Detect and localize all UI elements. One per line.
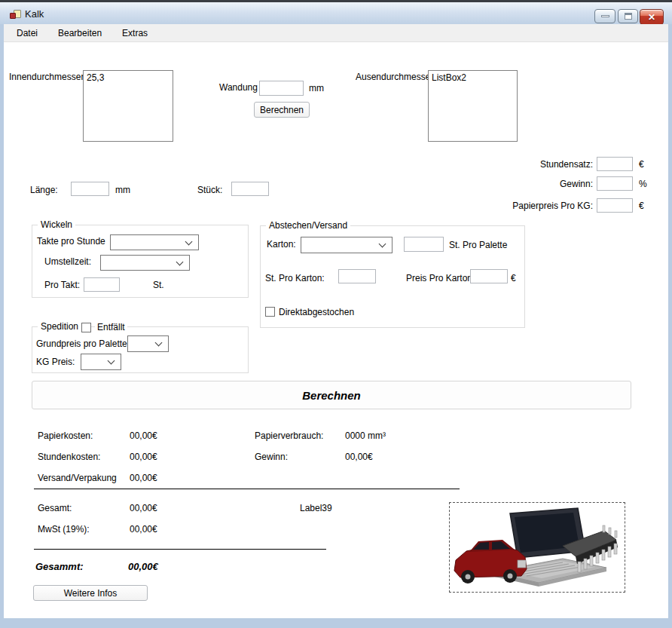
pro-takt-unit: St. [153,280,164,291]
minimize-icon [601,15,609,17]
versand-label: Versand/Verpakung [38,473,117,484]
outer-diameter-item[interactable]: ListBox2 [432,72,466,83]
gewinn-rate-unit: % [639,179,647,190]
chevron-down-icon [379,240,386,248]
results-divider-1 [34,489,460,489]
direktabgestochen-label: Direktabgestochen [279,307,354,318]
papierkosten-value: 00,00€ [130,430,157,442]
stueck-label: Stück: [197,185,222,196]
papierkosten-label: Papierkosten: [38,430,93,442]
entfaellt-checkbox[interactable] [81,323,91,332]
wickeln-title: Wickeln [38,219,75,230]
gewinn-rate-label: Gewinn: [490,179,593,190]
chevron-down-icon [155,339,163,347]
laenge-input[interactable] [71,182,109,196]
chevron-down-icon [185,237,193,245]
wandung-label: Wandung [219,82,258,93]
takte-combobox[interactable] [110,234,199,250]
preis-pro-karton-unit: € [511,273,516,284]
outer-diameter-listbox[interactable]: ListBox2 [428,70,518,142]
weitere-infos-button[interactable]: Weitere Infos [33,585,148,601]
spedition-title: Spedition [38,321,81,332]
abstechen-group: Abstechen/Versand Karton: St. Pro Palett… [260,225,525,328]
gewinn-result-value: 00,00€ [345,452,373,463]
kg-preis-combobox[interactable] [81,354,121,370]
close-icon: ✕ [648,12,655,23]
karton-combobox[interactable] [301,237,393,253]
results-divider-2 [34,549,326,550]
palette-count-input[interactable] [404,237,444,252]
inner-diameter-item[interactable]: 25,3 [87,72,104,83]
close-button[interactable]: ✕ [640,9,664,25]
window-title: Kalk [25,8,44,20]
umstellzeit-label: Umstellzeit: [44,256,91,268]
palette-unit-label: St. Pro Palette [449,240,507,251]
maximize-icon [625,13,632,20]
stundenkosten-value: 00,00€ [130,452,157,463]
laenge-unit: mm [115,185,130,196]
app-icon [10,9,22,21]
mwst-label: MwSt (19%): [38,524,90,535]
gewinn-rate-input[interactable] [597,176,633,191]
inner-diameter-label: Innendurchmesser [9,72,84,83]
st-pro-karton-label: St. Pro Karton: [265,273,325,284]
inner-diameter-listbox[interactable]: 25,3 [83,70,173,142]
titlebar[interactable]: Kalk ✕ [0,0,672,24]
stueck-input[interactable] [231,182,269,196]
wandung-input[interactable] [259,81,304,96]
preis-pro-karton-label: Preis Pro Karton [406,273,472,284]
berechnen-small-button[interactable]: Berechnen [254,102,310,118]
stundensatz-unit: € [639,159,644,170]
wandung-unit: mm [309,83,324,94]
stundenkosten-label: Stundenkosten: [38,452,100,463]
minimize-button[interactable] [594,9,615,23]
outer-diameter-label: Ausendurchmesser [356,72,433,83]
spedition-group: Spedition Entfällt Grundpreis pro Palett… [32,326,249,373]
menu-datei[interactable]: Datei [9,25,45,41]
menu-bearbeiten[interactable]: Bearbeiten [50,25,109,41]
pro-takt-input[interactable] [84,277,120,292]
stundensatz-label: Stundensatz: [490,159,593,170]
papierpreis-input[interactable] [597,198,633,213]
papierpreis-label: Papierpreis Pro KG: [490,201,593,212]
gesamt-label: Gesamt: [38,503,72,514]
label39: Label39 [300,503,332,514]
grundpreis-label: Grundpreis pro Palette: [36,339,130,350]
gewinn-result-label: Gewinn: [255,452,288,463]
kg-preis-label: KG Preis: [36,357,75,368]
chevron-down-icon [108,357,115,365]
picture-box [449,502,625,593]
pro-takt-label: Pro Takt: [44,280,80,291]
versand-value: 00,00€ [130,473,157,484]
stundensatz-input[interactable] [597,157,633,171]
abstechen-title: Abstechen/Versand [266,220,350,231]
chevron-down-icon [176,258,184,265]
menu-bar: Datei Bearbeiten Extras [4,24,668,42]
preis-pro-karton-input[interactable] [470,269,508,283]
berechnen-main-button[interactable]: Berechnen [32,381,631,409]
mwst-value: 00,00€ [130,524,157,535]
car-laptop-chip-image [450,503,625,592]
laenge-label: Länge: [30,185,58,196]
umstellzeit-combobox[interactable] [100,255,190,271]
karton-label: Karton: [267,239,296,250]
gesamt-value: 00,00€ [130,503,157,514]
app-window: Kalk ✕ Datei Bearbeiten Extras Innendurc… [0,0,672,628]
entfaellt-label: Entfällt [95,322,127,333]
maximize-button[interactable] [618,9,638,23]
papierverbrauch-label: Papierverbrauch: [255,430,323,442]
st-pro-karton-input[interactable] [338,269,376,283]
total-value: 00,00€ [128,561,158,572]
takte-label: Takte pro Stunde [37,236,105,247]
total-label: Gesammt: [35,561,84,572]
papierverbrauch-value: 0000 mm³ [345,430,386,442]
direktabgestochen-checkbox[interactable] [265,307,275,317]
papierpreis-unit: € [639,201,644,212]
grundpreis-combobox[interactable] [127,335,169,352]
wickeln-group: Wickeln Takte pro Stunde Umstellzeit: Pr… [32,225,249,298]
menu-extras[interactable]: Extras [115,25,155,41]
